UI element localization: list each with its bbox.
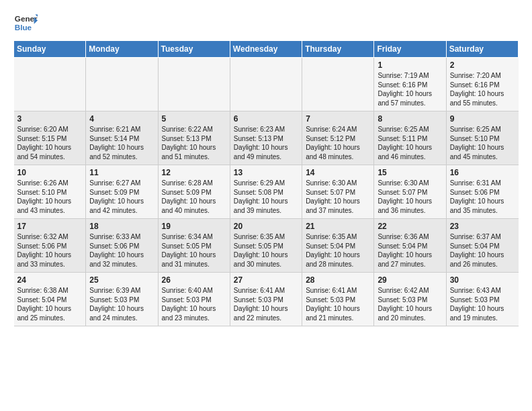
- week-row-1: 1Sunrise: 7:19 AM Sunset: 6:16 PM Daylig…: [14, 58, 519, 111]
- day-cell: 3Sunrise: 6:20 AM Sunset: 5:15 PM Daylig…: [14, 111, 86, 165]
- day-info: Sunrise: 6:30 AM Sunset: 5:07 PM Dayligh…: [378, 179, 442, 215]
- day-number: 30: [450, 275, 515, 285]
- day-info: Sunrise: 6:26 AM Sunset: 5:10 PM Dayligh…: [17, 179, 83, 215]
- day-info: Sunrise: 6:38 AM Sunset: 5:04 PM Dayligh…: [17, 286, 83, 322]
- day-number: 13: [234, 168, 298, 177]
- day-number: 5: [162, 114, 226, 124]
- day-cell: 17Sunrise: 6:32 AM Sunset: 5:06 PM Dayli…: [14, 219, 86, 273]
- day-cell: 18Sunrise: 6:33 AM Sunset: 5:06 PM Dayli…: [86, 219, 158, 273]
- day-cell: 7Sunrise: 6:24 AM Sunset: 5:12 PM Daylig…: [302, 111, 374, 165]
- calendar-table: SundayMondayTuesdayWednesdayThursdayFrid…: [13, 40, 519, 326]
- day-number: 23: [450, 222, 515, 231]
- day-number: 24: [17, 275, 83, 285]
- day-cell: 12Sunrise: 6:28 AM Sunset: 5:09 PM Dayli…: [158, 165, 230, 219]
- day-info: Sunrise: 6:36 AM Sunset: 5:04 PM Dayligh…: [378, 232, 442, 269]
- day-info: Sunrise: 6:21 AM Sunset: 5:14 PM Dayligh…: [89, 125, 154, 161]
- day-cell: 4Sunrise: 6:21 AM Sunset: 5:14 PM Daylig…: [86, 111, 158, 165]
- day-number: 3: [17, 114, 83, 124]
- day-cell: 19Sunrise: 6:34 AM Sunset: 5:05 PM Dayli…: [158, 219, 230, 273]
- day-number: 8: [378, 114, 442, 124]
- day-info: Sunrise: 6:24 AM Sunset: 5:12 PM Dayligh…: [306, 125, 370, 161]
- day-cell: 29Sunrise: 6:42 AM Sunset: 5:03 PM Dayli…: [374, 273, 446, 326]
- day-number: 27: [234, 275, 298, 285]
- day-info: Sunrise: 6:33 AM Sunset: 5:06 PM Dayligh…: [89, 232, 154, 269]
- day-info: Sunrise: 6:31 AM Sunset: 5:06 PM Dayligh…: [450, 179, 515, 215]
- day-info: Sunrise: 7:19 AM Sunset: 6:16 PM Dayligh…: [378, 71, 442, 107]
- day-info: Sunrise: 6:29 AM Sunset: 5:08 PM Dayligh…: [234, 179, 298, 215]
- day-cell: 6Sunrise: 6:23 AM Sunset: 5:13 PM Daylig…: [230, 111, 302, 165]
- day-info: Sunrise: 6:37 AM Sunset: 5:04 PM Dayligh…: [450, 232, 515, 269]
- week-row-4: 17Sunrise: 6:32 AM Sunset: 5:06 PM Dayli…: [14, 219, 519, 273]
- day-cell: 20Sunrise: 6:35 AM Sunset: 5:05 PM Dayli…: [230, 219, 302, 273]
- day-cell: [302, 58, 374, 111]
- week-row-5: 24Sunrise: 6:38 AM Sunset: 5:04 PM Dayli…: [14, 273, 519, 326]
- day-info: Sunrise: 6:22 AM Sunset: 5:13 PM Dayligh…: [162, 125, 226, 161]
- day-number: 9: [450, 114, 515, 124]
- day-cell: [158, 58, 230, 111]
- day-cell: 25Sunrise: 6:39 AM Sunset: 5:03 PM Dayli…: [86, 273, 158, 326]
- day-info: Sunrise: 6:40 AM Sunset: 5:03 PM Dayligh…: [162, 286, 226, 322]
- day-number: 26: [162, 275, 226, 285]
- day-info: Sunrise: 6:25 AM Sunset: 5:10 PM Dayligh…: [450, 125, 515, 161]
- day-cell: 9Sunrise: 6:25 AM Sunset: 5:10 PM Daylig…: [446, 111, 518, 165]
- day-header-thursday: Thursday: [302, 41, 374, 58]
- day-number: 15: [378, 168, 442, 177]
- day-info: Sunrise: 6:43 AM Sunset: 5:03 PM Dayligh…: [450, 286, 515, 322]
- day-info: Sunrise: 6:23 AM Sunset: 5:13 PM Dayligh…: [234, 125, 298, 161]
- day-cell: 15Sunrise: 6:30 AM Sunset: 5:07 PM Dayli…: [374, 165, 446, 219]
- day-header-wednesday: Wednesday: [230, 41, 302, 58]
- day-info: Sunrise: 6:20 AM Sunset: 5:15 PM Dayligh…: [17, 125, 83, 161]
- week-row-3: 10Sunrise: 6:26 AM Sunset: 5:10 PM Dayli…: [14, 165, 519, 219]
- day-number: 10: [17, 168, 83, 177]
- day-info: Sunrise: 6:39 AM Sunset: 5:03 PM Dayligh…: [89, 286, 154, 322]
- day-cell: 14Sunrise: 6:30 AM Sunset: 5:07 PM Dayli…: [302, 165, 374, 219]
- day-cell: 8Sunrise: 6:25 AM Sunset: 5:11 PM Daylig…: [374, 111, 446, 165]
- day-cell: 27Sunrise: 6:41 AM Sunset: 5:03 PM Dayli…: [230, 273, 302, 326]
- day-number: 25: [89, 275, 154, 285]
- logo-icon: General Blue: [13, 11, 38, 35]
- day-info: Sunrise: 6:27 AM Sunset: 5:09 PM Dayligh…: [89, 179, 154, 215]
- day-number: 28: [306, 275, 370, 285]
- logo: General Blue: [13, 11, 38, 35]
- day-cell: 1Sunrise: 7:19 AM Sunset: 6:16 PM Daylig…: [374, 58, 446, 111]
- day-cell: [86, 58, 158, 111]
- day-number: 16: [450, 168, 515, 177]
- day-number: 7: [306, 114, 370, 124]
- day-cell: 10Sunrise: 6:26 AM Sunset: 5:10 PM Dayli…: [14, 165, 86, 219]
- day-number: 29: [378, 275, 442, 285]
- day-cell: 16Sunrise: 6:31 AM Sunset: 5:06 PM Dayli…: [446, 165, 518, 219]
- calendar-header-row: SundayMondayTuesdayWednesdayThursdayFrid…: [14, 41, 519, 58]
- day-cell: 26Sunrise: 6:40 AM Sunset: 5:03 PM Dayli…: [158, 273, 230, 326]
- day-cell: 21Sunrise: 6:35 AM Sunset: 5:04 PM Dayli…: [302, 219, 374, 273]
- day-number: 11: [89, 168, 154, 177]
- day-info: Sunrise: 6:28 AM Sunset: 5:09 PM Dayligh…: [162, 179, 226, 215]
- day-cell: 11Sunrise: 6:27 AM Sunset: 5:09 PM Dayli…: [86, 165, 158, 219]
- svg-text:Blue: Blue: [15, 23, 32, 32]
- day-info: Sunrise: 6:32 AM Sunset: 5:06 PM Dayligh…: [17, 232, 83, 269]
- day-info: Sunrise: 7:20 AM Sunset: 6:16 PM Dayligh…: [450, 71, 515, 107]
- day-cell: 5Sunrise: 6:22 AM Sunset: 5:13 PM Daylig…: [158, 111, 230, 165]
- day-header-monday: Monday: [86, 41, 158, 58]
- week-row-2: 3Sunrise: 6:20 AM Sunset: 5:15 PM Daylig…: [14, 111, 519, 165]
- day-info: Sunrise: 6:35 AM Sunset: 5:04 PM Dayligh…: [306, 232, 370, 269]
- day-info: Sunrise: 6:25 AM Sunset: 5:11 PM Dayligh…: [378, 125, 442, 161]
- day-info: Sunrise: 6:30 AM Sunset: 5:07 PM Dayligh…: [306, 179, 370, 215]
- day-cell: 2Sunrise: 7:20 AM Sunset: 6:16 PM Daylig…: [446, 58, 518, 111]
- day-number: 2: [450, 60, 515, 70]
- day-cell: 24Sunrise: 6:38 AM Sunset: 5:04 PM Dayli…: [14, 273, 86, 326]
- day-number: 19: [162, 222, 226, 231]
- day-number: 1: [378, 60, 442, 70]
- day-number: 20: [234, 222, 298, 231]
- day-cell: [14, 58, 86, 111]
- day-number: 12: [162, 168, 226, 177]
- day-cell: 23Sunrise: 6:37 AM Sunset: 5:04 PM Dayli…: [446, 219, 518, 273]
- day-number: 17: [17, 222, 83, 231]
- day-info: Sunrise: 6:35 AM Sunset: 5:05 PM Dayligh…: [234, 232, 298, 269]
- day-number: 14: [306, 168, 370, 177]
- day-header-friday: Friday: [374, 41, 446, 58]
- day-cell: 22Sunrise: 6:36 AM Sunset: 5:04 PM Dayli…: [374, 219, 446, 273]
- day-number: 22: [378, 222, 442, 231]
- day-info: Sunrise: 6:34 AM Sunset: 5:05 PM Dayligh…: [162, 232, 226, 269]
- day-header-sunday: Sunday: [14, 41, 86, 58]
- day-number: 21: [306, 222, 370, 231]
